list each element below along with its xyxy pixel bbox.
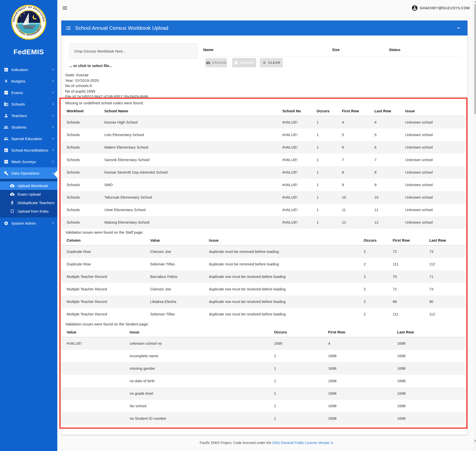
chevron-right-icon xyxy=(51,91,55,95)
column-header: Issue xyxy=(405,106,465,116)
column-header: Occurs xyxy=(274,327,328,337)
table-row: missing gender116981698 xyxy=(61,362,465,375)
table-cell: Unknown school xyxy=(405,154,465,166)
clear-button[interactable]: CLEAR xyxy=(260,58,283,67)
table-cell: 1 xyxy=(317,116,342,129)
sidebar-item-students[interactable]: Students xyxy=(0,121,57,133)
sidebar-item-budgets[interactable]: Budgets xyxy=(0,75,57,87)
sidebar-item-exam-upload[interactable]: Exam Upload xyxy=(0,190,57,198)
sidebar-item-label: Wash Surveys xyxy=(11,160,36,164)
summary-schools: No of schools:9 xyxy=(65,83,467,89)
sidebar-item-exams[interactable]: Exams xyxy=(0,87,57,98)
sidebar-item-upload-from-kobo[interactable]: Upload from Kobo xyxy=(0,207,57,215)
upload-button[interactable]: UPLOAD xyxy=(205,58,227,67)
table-cell: 2 xyxy=(364,283,393,295)
table-cell: #VALUE! xyxy=(282,166,317,179)
table-cell: 1698 xyxy=(397,362,465,375)
table-cell: Unknown school xyxy=(405,191,465,204)
table-row: SchoolsLelu Elementary School#VALUE!155U… xyxy=(61,129,465,141)
table-cell: incomplete name xyxy=(130,350,274,362)
chevron-right-icon xyxy=(51,68,55,72)
staff-issues-intro: Validation issues were found on the Staf… xyxy=(65,230,467,234)
table-cell: Clanson Joe xyxy=(150,245,209,258)
table-cell: 8 xyxy=(374,166,405,179)
sidebar-item-label: Upload from Kobo xyxy=(18,209,49,213)
sidebar-item-teachers[interactable]: Teachers xyxy=(0,110,57,121)
cancel-button[interactable]: CANCEL xyxy=(232,58,256,67)
table-cell: Schools xyxy=(61,191,104,204)
table-cell: Duplicate Row xyxy=(61,245,150,258)
table-row: no Student ID number116981698 xyxy=(61,412,465,425)
student-issues-table: ValueIssueOccursFirst RowLast Row #VALUE… xyxy=(61,327,465,425)
cancel-button-label: CANCEL xyxy=(240,61,255,65)
table-cell: Soloman Tilfas xyxy=(150,308,209,320)
column-header: First Row xyxy=(328,327,397,337)
table-row: no grade level116981698 xyxy=(61,387,465,400)
table-row: SchoolsUtwe Elementary School#VALUE!1111… xyxy=(61,204,465,216)
table-header-row: ColumnValueIssueOccursFirst RowLast Row xyxy=(61,235,465,245)
table-cell: 111 xyxy=(393,308,429,320)
cloud-upload-icon xyxy=(10,192,15,196)
user-menu[interactable]: GHACHEY@NUZUSYS.COM xyxy=(411,5,470,11)
table-row: Duplicate RowClanson Joeduplicate must b… xyxy=(61,245,465,258)
table-cell: duplicate row must be resolved before lo… xyxy=(209,270,364,283)
table-cell: Schools xyxy=(61,216,104,229)
sidebar-item-indicators[interactable]: Indicators xyxy=(0,64,57,75)
table-cell: Schools xyxy=(61,116,104,129)
table-cell: #VALUE! xyxy=(282,116,317,129)
collapse-chevron-icon[interactable] xyxy=(456,25,461,31)
scrollbar-thumb[interactable] xyxy=(474,4,476,114)
square-icon xyxy=(10,209,15,213)
chevron-right-icon xyxy=(51,148,55,152)
table-cell: 89 xyxy=(393,295,429,308)
sidebar-item-upload-workbook[interactable]: Upload Workbook xyxy=(0,181,57,190)
sidebar-item-label: Exams xyxy=(11,91,23,95)
sidebar-item-school-accreditations[interactable]: School Accreditations xyxy=(0,144,57,156)
table-cell: Tafunsak Elementary School xyxy=(104,191,282,204)
hamburger-menu-icon[interactable] xyxy=(62,5,68,11)
table-row: No school116981698 xyxy=(61,400,465,412)
sidebar-item-data-operations[interactable]: Data Operations xyxy=(0,167,57,179)
table-cell: 111 xyxy=(393,258,429,270)
user-email: GHACHEY@NUZUSYS.COM xyxy=(420,6,470,10)
sidebar-item-system-admin[interactable]: System Admin xyxy=(0,217,57,229)
cloud-upload-icon xyxy=(206,61,210,65)
file-dropzone[interactable]: Drop Census Workbook here... xyxy=(69,43,198,59)
table-cell: #VALUE! xyxy=(282,191,317,204)
cancel-circle-icon xyxy=(234,61,238,65)
table-cell: Unknown school xyxy=(405,141,465,154)
chevron-right-icon xyxy=(51,221,55,225)
table-cell: 4 xyxy=(342,116,374,129)
table-row: Multiple Teacher RecordLikiaksa Eleshadu… xyxy=(61,295,465,308)
table-cell: 2 xyxy=(364,245,393,258)
summary-state: State: Kosrae xyxy=(65,72,467,78)
summary-file-id: File Id:2e1d551f-9647-47d8-8957-5bcf4d3c… xyxy=(65,94,467,99)
sidebar-item-wash-surveys[interactable]: Wash Surveys xyxy=(0,156,57,167)
license-link[interactable]: GNU General Public License Version 3. xyxy=(272,441,334,445)
scrollbar-down-arrow[interactable] xyxy=(474,439,476,443)
table-cell: Likiaksa Elesha xyxy=(150,295,209,308)
table-cell: #VALUE! xyxy=(282,216,317,229)
table-cell: duplicate row must be resolved before lo… xyxy=(209,283,364,295)
table-cell xyxy=(61,375,130,387)
sidebar-item-deduplicate-teachers[interactable]: Deduplicate Teachers xyxy=(0,198,57,207)
sidebar-item-special-education[interactable]: Special Education xyxy=(0,133,57,144)
sidebar-item-schools[interactable]: Schools xyxy=(0,98,57,110)
table-cell: duplicate row must be resolved before lo… xyxy=(209,308,364,320)
table-cell: 1 xyxy=(274,362,328,375)
school-codes-table: WorkheetSchool NameSchool NoOccursFirst … xyxy=(61,106,465,229)
table-cell: no grade level xyxy=(130,387,274,400)
close-icon xyxy=(262,61,267,65)
file-list-divider xyxy=(203,56,461,56)
table-cell: 11 xyxy=(342,204,374,216)
bar-chart-icon xyxy=(4,67,9,72)
click-to-select-text[interactable]: ... or click to select file... xyxy=(69,64,112,68)
table-cell: 71 xyxy=(429,270,465,283)
scrollbar-up-arrow[interactable] xyxy=(474,0,476,4)
table-cell: Duplicate Row xyxy=(61,258,150,270)
sidebar-nav: Indicators Budgets Exams Schools Teacher xyxy=(0,64,57,229)
chevron-right-icon xyxy=(51,160,55,164)
table-cell: 1698 xyxy=(328,400,397,412)
scrollbar[interactable] xyxy=(474,0,476,451)
file-size-column-header: Size xyxy=(332,48,340,52)
